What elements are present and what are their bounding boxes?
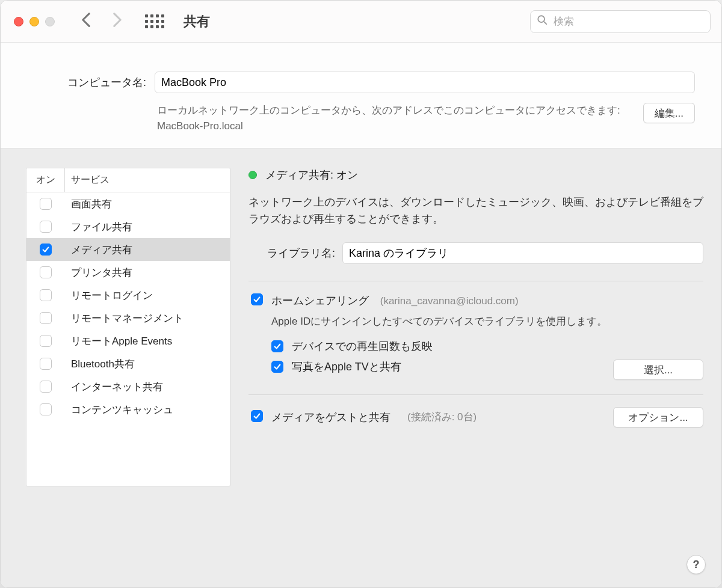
service-checkbox[interactable] — [40, 335, 52, 347]
photos-label: 写真をApple TVと共有 — [292, 360, 401, 374]
photos-checkbox[interactable] — [271, 361, 283, 373]
service-item[interactable]: 画面共有 — [26, 192, 230, 215]
service-checkbox[interactable] — [40, 381, 52, 393]
service-item[interactable]: リモートログイン — [26, 284, 230, 307]
computer-name-input[interactable] — [155, 72, 695, 93]
sharing-preferences-window: 共有 コンピュータ名: ローカルネットワーク上のコンピュータから、次のアドレスで… — [0, 0, 722, 588]
titlebar: 共有 — [1, 1, 721, 43]
service-name: メディア共有 — [65, 243, 230, 257]
service-checkbox[interactable] — [40, 312, 52, 324]
search-icon — [537, 14, 548, 28]
window-title: 共有 — [184, 13, 210, 31]
edit-button[interactable]: 編集... — [643, 103, 695, 123]
service-name: 画面共有 — [65, 197, 230, 211]
guest-sharing-checkbox[interactable] — [251, 410, 263, 422]
service-item[interactable]: メディア共有 — [26, 238, 230, 261]
search-input[interactable] — [552, 15, 704, 28]
detail-pane: メディア共有: オン ネットワーク上のデバイスは、ダウンロードしたミュージック、… — [230, 149, 721, 587]
computer-name-description: ローカルネットワーク上のコンピュータから、次のアドレスでこのコンピュータにアクセ… — [155, 103, 632, 133]
service-item[interactable]: プリンタ共有 — [26, 261, 230, 284]
service-checkbox[interactable] — [40, 243, 52, 256]
service-name: リモートマネージメント — [65, 311, 230, 325]
playcount-checkbox[interactable] — [271, 340, 283, 352]
home-sharing-account: (karina_cavanna@icloud.com) — [380, 295, 519, 307]
service-description: ネットワーク上のデバイスは、ダウンロードしたミュージック、映画、およびテレビ番組… — [248, 194, 703, 228]
service-item[interactable]: リモートマネージメント — [26, 307, 230, 329]
service-item[interactable]: Bluetooth共有 — [26, 352, 230, 375]
service-name: プリンタ共有 — [65, 266, 230, 280]
status-text: メディア共有: オン — [265, 168, 358, 182]
service-name: インターネット共有 — [65, 380, 230, 394]
service-checkbox[interactable] — [40, 403, 52, 415]
help-button[interactable]: ? — [687, 555, 706, 574]
main-content: オン サービス 画面共有ファイル共有メディア共有プリンタ共有リモートログインリモ… — [1, 149, 721, 587]
minimize-window-button[interactable] — [29, 17, 39, 26]
search-box[interactable] — [530, 10, 711, 33]
photos-select-button[interactable]: 選択... — [613, 360, 703, 380]
guest-options-button[interactable]: オプション... — [613, 407, 703, 427]
library-name-input[interactable] — [342, 242, 703, 264]
service-item[interactable]: コンテンツキャッシュ — [26, 398, 230, 421]
close-window-button[interactable] — [14, 17, 23, 26]
service-item[interactable]: リモートApple Events — [26, 329, 230, 352]
back-button[interactable] — [81, 12, 91, 31]
service-checkbox[interactable] — [40, 266, 52, 278]
guest-sharing-label: メディアをゲストと共有 — [271, 410, 390, 424]
service-item[interactable]: インターネット共有 — [26, 375, 230, 398]
guest-sharing-row: メディアをゲストと共有 (接続済み: 0台) オプション... — [248, 407, 703, 427]
sidebar-col-on: オン — [26, 168, 65, 192]
services-sidebar: オン サービス 画面共有ファイル共有メディア共有プリンタ共有リモートログインリモ… — [26, 168, 230, 486]
status-row: メディア共有: オン — [248, 168, 703, 182]
window-controls — [14, 17, 55, 26]
playcount-label: デバイスでの再生回数も反映 — [292, 339, 433, 354]
home-sharing-label: ホームシェアリング — [271, 295, 369, 307]
sidebar-header: オン サービス — [26, 168, 230, 192]
service-checkbox[interactable] — [40, 221, 52, 233]
show-all-icon[interactable] — [145, 14, 164, 28]
guest-sharing-status: (接続済み: 0台) — [407, 410, 477, 424]
divider — [248, 281, 703, 281]
services-list: 画面共有ファイル共有メディア共有プリンタ共有リモートログインリモートマネージメン… — [26, 192, 230, 486]
computer-name-section: コンピュータ名: ローカルネットワーク上のコンピュータから、次のアドレスでこのコ… — [1, 43, 721, 149]
service-name: リモートApple Events — [65, 334, 230, 348]
library-name-label: ライブラリ名: — [248, 246, 342, 260]
service-name: リモートログイン — [65, 289, 230, 302]
computer-name-label: コンピュータ名: — [27, 75, 155, 90]
home-sharing-row: ホームシェアリング (karina_cavanna@icloud.com) Ap… — [248, 293, 703, 380]
forward-button[interactable] — [113, 12, 122, 31]
sidebar-col-service: サービス — [65, 174, 230, 186]
divider — [248, 394, 703, 395]
status-indicator-icon — [248, 171, 257, 179]
service-checkbox[interactable] — [40, 289, 52, 301]
home-sharing-description: Apple IDにサインインしたすべてのデバイスでライブラリを使用します。 — [271, 314, 703, 329]
svg-line-1 — [544, 22, 546, 24]
service-item[interactable]: ファイル共有 — [26, 215, 230, 238]
service-checkbox[interactable] — [40, 358, 52, 370]
service-checkbox[interactable] — [40, 198, 52, 210]
service-name: コンテンツキャッシュ — [65, 403, 230, 417]
maximize-window-button — [45, 17, 55, 26]
service-name: Bluetooth共有 — [65, 357, 230, 371]
service-name: ファイル共有 — [65, 220, 230, 234]
nav-arrows — [81, 12, 122, 31]
home-sharing-checkbox[interactable] — [251, 293, 263, 305]
